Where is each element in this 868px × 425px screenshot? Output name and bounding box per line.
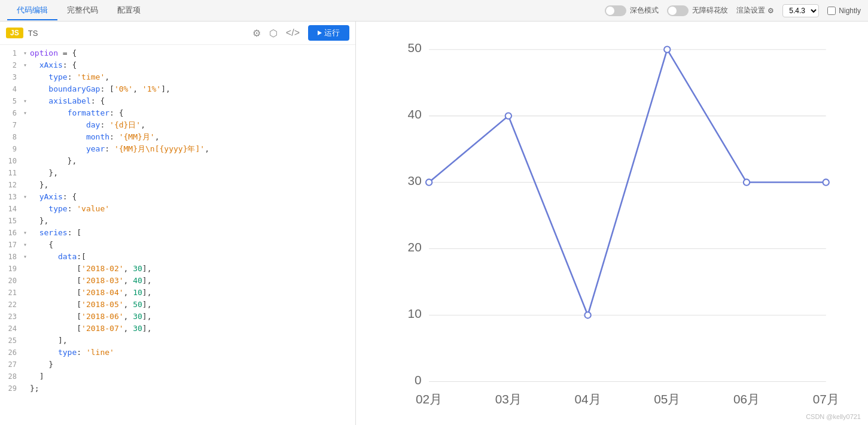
code-content: ['2018-03', 40], [30, 275, 353, 287]
code-content: day: '{d}日', [30, 119, 353, 131]
line-number: 14 [2, 203, 17, 215]
svg-text:0: 0 [415, 373, 422, 387]
code-line: 6▾ formatter: { [0, 107, 355, 119]
code-line: 15 }, [0, 215, 355, 227]
code-content: data:[ [30, 251, 353, 263]
code-icon[interactable]: </> [286, 28, 300, 38]
tab-js[interactable]: JS [6, 28, 23, 38]
dark-mode-group: 深色模式 [605, 5, 659, 16]
line-number: 8 [2, 131, 17, 143]
watermark: CSDN @kelly0721 [806, 413, 861, 420]
code-content: xAxis: { [30, 59, 353, 71]
version-select[interactable]: 5.4.3 [782, 4, 819, 17]
line-number: 17 [2, 239, 17, 251]
toolbar-tabs: 代码编辑 完整代码 配置项 [7, 1, 150, 20]
code-line: 23 ['2018-06', 30], [0, 311, 355, 323]
accessibility-toggle[interactable] [667, 5, 689, 16]
box-icon[interactable]: ⬡ [269, 28, 278, 39]
code-content: } [30, 359, 353, 371]
left-panel: JS TS ⚙ ⬡ </> 运行 1▾option = {2▾ xAxis: {… [0, 22, 356, 425]
svg-text:07月: 07月 [813, 392, 839, 406]
line-number: 13 [2, 191, 17, 203]
accessibility-group: 无障碍花纹 [667, 5, 728, 16]
tab-config[interactable]: 配置项 [108, 1, 150, 20]
nightly-group: Nightly [827, 7, 861, 15]
right-panel: 0 10 20 30 40 50 02月 03月 04月 05月 06月 07月 [356, 22, 868, 425]
fold-arrow[interactable]: ▾ [22, 251, 29, 263]
code-line: 20 ['2018-03', 40], [0, 275, 355, 287]
line-number: 7 [2, 119, 17, 131]
fold-arrow[interactable]: ▾ [22, 227, 29, 239]
fold-arrow[interactable]: ▾ [22, 239, 29, 251]
code-line: 12 }, [0, 179, 355, 191]
code-content: type: 'line' [30, 347, 353, 359]
run-icon [318, 31, 322, 35]
line-number: 24 [2, 323, 17, 335]
code-line: 18▾ data:[ [0, 251, 355, 263]
fold-arrow[interactable]: ▾ [22, 107, 29, 119]
data-point-2 [584, 312, 590, 318]
render-settings-button[interactable]: 渲染设置 ⚙ [736, 5, 774, 16]
dark-mode-toggle[interactable] [605, 5, 626, 16]
run-button[interactable]: 运行 [308, 25, 349, 41]
code-line: 11 }, [0, 167, 355, 179]
toolbar-right: 深色模式 无障碍花纹 渲染设置 ⚙ 5.4.3 Nightly [605, 4, 861, 17]
code-content: }, [30, 167, 353, 179]
svg-text:05月: 05月 [654, 392, 680, 406]
code-line: 26 type: 'line' [0, 347, 355, 359]
code-content: ['2018-05', 50], [30, 299, 353, 311]
code-editor[interactable]: 1▾option = {2▾ xAxis: {3 type: 'time',4 … [0, 45, 355, 425]
svg-text:40: 40 [408, 107, 422, 121]
fold-arrow[interactable]: ▾ [22, 191, 29, 203]
fold-arrow[interactable]: ▾ [22, 47, 29, 59]
line-number: 26 [2, 347, 17, 359]
code-content: }, [30, 155, 353, 167]
fold-arrow[interactable]: ▾ [22, 95, 29, 107]
data-point-3 [664, 46, 670, 52]
line-number: 28 [2, 371, 17, 382]
svg-text:06月: 06月 [733, 392, 760, 406]
svg-text:20: 20 [408, 240, 422, 254]
svg-text:04月: 04月 [575, 392, 601, 406]
code-content: }, [30, 179, 353, 191]
chart-area: 0 10 20 30 40 50 02月 03月 04月 05月 06月 07月 [356, 22, 868, 425]
fold-arrow[interactable]: ▾ [22, 59, 29, 71]
code-line: 16▾ series: [ [0, 227, 355, 239]
line-number: 3 [2, 71, 17, 83]
code-line: 1▾option = { [0, 47, 355, 59]
code-content: option = { [30, 47, 353, 59]
code-tab-icons: ⚙ ⬡ </> 运行 [252, 25, 349, 41]
tab-code-edit[interactable]: 代码编辑 [7, 1, 57, 20]
code-content: ], [30, 335, 353, 347]
line-number: 16 [2, 227, 17, 239]
code-tabs: JS TS ⚙ ⬡ </> 运行 [0, 22, 355, 45]
svg-text:30: 30 [408, 174, 422, 187]
line-number: 18 [2, 251, 17, 263]
svg-text:02月: 02月 [416, 392, 442, 406]
code-content: type: 'time', [30, 71, 353, 83]
code-line: 22 ['2018-05', 50], [0, 299, 355, 311]
line-number: 2 [2, 59, 17, 71]
nightly-checkbox[interactable] [827, 7, 836, 15]
svg-text:03月: 03月 [495, 392, 522, 406]
code-line: 27 } [0, 359, 355, 371]
line-number: 21 [2, 287, 17, 299]
settings-icon[interactable]: ⚙ [252, 28, 261, 39]
line-number: 6 [2, 107, 17, 119]
code-line: 4 boundaryGap: ['0%', '1%'], [0, 83, 355, 95]
code-content: axisLabel: { [30, 95, 353, 107]
code-content: series: [ [30, 227, 353, 239]
tab-ts[interactable]: TS [28, 29, 38, 38]
code-content: ['2018-06', 30], [30, 311, 353, 323]
code-line: 24 ['2018-07', 30], [0, 323, 355, 335]
code-content: ['2018-07', 30], [30, 323, 353, 335]
chart-svg: 0 10 20 30 40 50 02月 03月 04月 05月 06月 07月 [356, 22, 868, 425]
svg-text:50: 50 [408, 41, 422, 54]
code-line: 14 type: 'value' [0, 203, 355, 215]
line-number: 25 [2, 335, 17, 347]
tab-full-code[interactable]: 完整代码 [57, 1, 108, 20]
line-number: 9 [2, 143, 17, 155]
toolbar: 代码编辑 完整代码 配置项 深色模式 无障碍花纹 渲染设置 ⚙ 5.4.3 Ni… [0, 0, 868, 22]
run-label: 运行 [324, 28, 340, 38]
main-layout: JS TS ⚙ ⬡ </> 运行 1▾option = {2▾ xAxis: {… [0, 22, 868, 425]
